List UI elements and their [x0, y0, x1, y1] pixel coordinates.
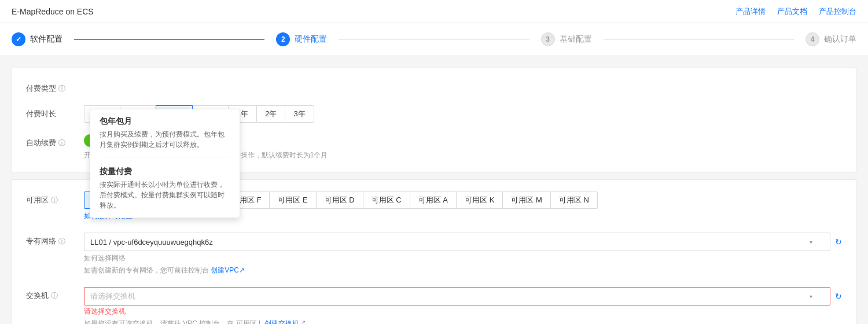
billing-type-row: 付费类型 ⓘ 包年包月 按月购买及续费，为预付费模式。包年包月集群实例到期之后才…	[26, 80, 842, 94]
vpc-hint: 如何选择网络	[84, 253, 842, 263]
switch-refresh-icon[interactable]: ↻	[835, 292, 842, 301]
step-1-circle: ✓	[12, 32, 25, 46]
vpc-chevron: ▾	[810, 239, 812, 245]
step-3: 3 基础配置	[541, 32, 592, 46]
step-line-3	[604, 39, 794, 40]
billing-option-payg[interactable]: 按量付费 按实际开通时长以小时为单位进行收费，后付费模式。按量付费集群实例可以随…	[100, 167, 230, 211]
step-1: ✓ 软件配置	[12, 32, 62, 46]
vpc-row: 专有网络 ⓘ LL01 / vpc-uf6dceyquuuwuegqhqk6z …	[26, 233, 842, 275]
step-4: 4 确认订单	[806, 32, 856, 46]
zone-M[interactable]: 可用区 M	[502, 192, 550, 209]
vpc-create-hint: 如需创建新的专有网络，您可前往控制台 创建VPC↗	[84, 266, 842, 275]
auto-renew-label: 自动续费 ⓘ	[26, 134, 84, 148]
step-3-num: 3	[546, 35, 550, 43]
step-2-label: 硬件配置	[295, 34, 327, 45]
billing-option-annual-desc: 按月购买及续费，为预付费模式。包年包月集群实例到期之后才可以释放。	[100, 129, 230, 150]
switch-select-row: 请选择交换机 ▾ ↻	[84, 287, 842, 305]
switch-create-link[interactable]: 创建交换机↗	[264, 319, 306, 324]
main-content: 付费类型 ⓘ 包年包月 按月购买及续费，为预付费模式。包年包月集群实例到期之后才…	[0, 56, 868, 324]
zone-info-icon[interactable]: ⓘ	[51, 196, 58, 205]
zone-A[interactable]: 可用区 A	[410, 192, 457, 209]
step-2-num: 2	[281, 35, 285, 43]
vpc-label: 专有网络 ⓘ	[26, 233, 84, 246]
step-2-circle: 2	[276, 32, 290, 46]
billing-type-label: 付费类型 ⓘ	[26, 80, 84, 94]
nav-product-detail[interactable]: 产品详情	[735, 6, 766, 17]
switch-error: 请选择交换机	[84, 307, 842, 316]
steps-bar: ✓ 软件配置 2 硬件配置 3 基础配置 4 确认订单	[0, 23, 868, 56]
switch-info-icon[interactable]: ⓘ	[51, 291, 58, 301]
step-3-circle: 3	[541, 32, 555, 46]
zone-E[interactable]: 可用区 E	[269, 192, 316, 209]
top-bar: E-MapReduce on ECS 产品详情 产品文档 产品控制台	[0, 0, 868, 23]
step-4-circle: 4	[806, 32, 819, 46]
switch-select[interactable]: 请选择交换机 ▾	[84, 287, 830, 305]
vpc-info-icon[interactable]: ⓘ	[58, 237, 65, 246]
vpc-value: LL01 / vpc-uf6dceyquuuwuegqhqk6z	[90, 238, 213, 246]
app-title: E-MapReduce on ECS	[12, 7, 94, 16]
duration-2y[interactable]: 2年	[256, 105, 285, 123]
step-1-num: ✓	[16, 35, 21, 43]
billing-option-annual[interactable]: 包年包月 按月购买及续费，为预付费模式。包年包月集群实例到期之后才可以释放。	[100, 116, 230, 150]
duration-3y[interactable]: 3年	[285, 105, 314, 123]
step-1-label: 软件配置	[30, 34, 62, 45]
vpc-select-row: LL01 / vpc-uf6dceyquuuwuegqhqk6z ▾ ↻	[84, 233, 842, 251]
billing-option-payg-desc: 按实际开通时长以小时为单位进行收费，后付费模式。按量付费集群实例可以随时释放。	[100, 179, 230, 211]
duration-label: 付费时长	[26, 105, 84, 119]
switch-label: 交换机 ⓘ	[26, 287, 84, 301]
auto-renew-info-icon[interactable]: ⓘ	[58, 138, 65, 148]
vpc-create-link[interactable]: 创建VPC↗	[211, 266, 245, 274]
switch-placeholder: 请选择交换机	[90, 291, 135, 301]
billing-option-payg-title: 按量付费	[100, 167, 230, 177]
zone-C[interactable]: 可用区 C	[363, 192, 410, 209]
vpc-select[interactable]: LL01 / vpc-uf6dceyquuuwuegqhqk6z ▾	[84, 233, 830, 251]
vpc-content: LL01 / vpc-uf6dceyquuuwuegqhqk6z ▾ ↻ 如何选…	[84, 233, 842, 275]
switch-content: 请选择交换机 ▾ ↻ 请选择交换机 如果您没有可选交换机，请前往 VPC 控制台…	[84, 287, 842, 324]
zone-label: 可用区 ⓘ	[26, 192, 84, 205]
billing-section: 付费类型 ⓘ 包年包月 按月购买及续费，为预付费模式。包年包月集群实例到期之后才…	[12, 68, 856, 172]
nav-links: 产品详情 产品文档 产品控制台	[735, 6, 856, 17]
step-3-label: 基础配置	[560, 34, 592, 45]
vpc-refresh-icon[interactable]: ↻	[835, 237, 842, 246]
step-line-2	[339, 39, 529, 40]
step-line-1	[74, 39, 264, 40]
billing-option-annual-title: 包年包月	[100, 116, 230, 127]
zone-N[interactable]: 可用区 N	[550, 192, 598, 209]
step-4-label: 确认订单	[824, 34, 856, 45]
switch-create-hint: 如果您没有可选交换机，请前往 VPC 控制台，在 可用区 L 创建交换机↗	[84, 319, 842, 324]
billing-tooltip: 包年包月 按月购买及续费，为预付费模式。包年包月集群实例到期之后才可以释放。 按…	[90, 109, 240, 218]
nav-product-docs[interactable]: 产品文档	[777, 6, 807, 17]
billing-info-icon[interactable]: ⓘ	[58, 84, 65, 94]
tooltip-divider	[100, 157, 230, 157]
switch-row: 交换机 ⓘ 请选择交换机 ▾ ↻ 请选择交换机 如果您没有可选交换机，请前往 V…	[26, 287, 842, 324]
zone-K[interactable]: 可用区 K	[456, 192, 503, 209]
nav-product-console[interactable]: 产品控制台	[819, 6, 856, 17]
step-4-num: 4	[811, 35, 815, 43]
step-2: 2 硬件配置	[276, 32, 327, 46]
zone-D[interactable]: 可用区 D	[316, 192, 363, 209]
switch-chevron: ▾	[810, 293, 812, 300]
